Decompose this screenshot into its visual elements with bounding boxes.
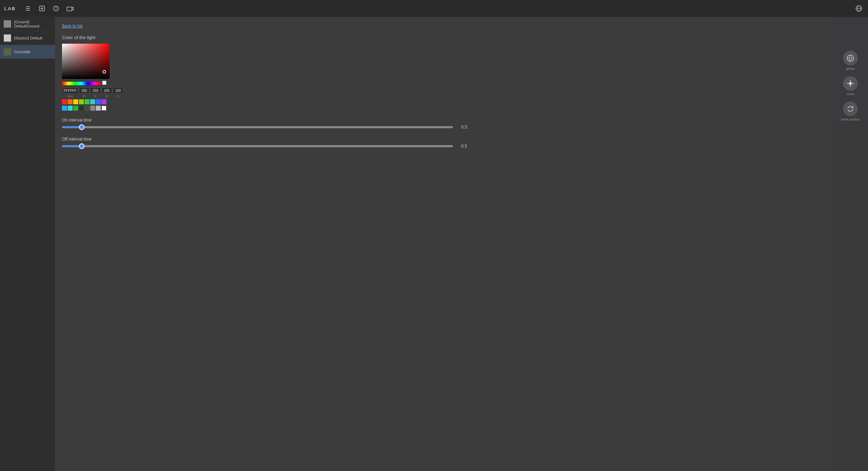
hex-input-group: Hex [62,87,78,98]
svg-marker-22 [850,80,851,81]
swatches-row1 [62,99,110,104]
color-preview-box [102,81,106,85]
swatch-blue[interactable] [96,99,101,104]
global-icon [843,51,858,66]
off-interval-label: Off interval time [62,137,467,142]
svg-point-17 [849,82,852,85]
menu-icon[interactable]: ☰ [23,4,33,13]
on-interval-track[interactable] [62,126,453,128]
croc-color-box [4,48,11,56]
swatch-dark-gray[interactable] [85,106,89,111]
skybox-color-box [4,34,11,42]
globe-icon[interactable] [854,4,864,13]
help-icon[interactable]: ? [51,4,61,13]
swatch-dark-green[interactable] [73,106,78,111]
swatch-light-gray[interactable] [96,106,101,111]
camera-icon[interactable] [65,4,75,13]
move-button[interactable]: move [843,76,858,96]
swatches-row2 [62,106,110,111]
swatch-yellow-green[interactable] [79,99,84,104]
on-interval-row: 0.5 [62,125,467,130]
off-interval-thumb[interactable] [79,143,85,149]
b-input[interactable] [101,87,112,94]
off-interval-row: 0.5 [62,144,467,149]
g-input[interactable] [90,87,101,94]
on-interval-value: 0.5 [457,125,467,130]
global-label: global [846,67,855,70]
sidebar-item-ground[interactable]: [Ground] DefaultGround [0,17,55,31]
gradient-dark [62,44,110,79]
svg-marker-25 [852,83,854,84]
app-title: LAB [4,6,16,11]
reset-label: reset position [841,118,860,121]
off-interval-value: 0.5 [457,144,467,149]
a-input[interactable] [113,87,123,94]
svg-marker-24 [847,83,848,84]
g-input-group: G [90,87,101,98]
panel: Back to list Color of the light Hex [55,17,474,471]
color-inputs-row: Hex R G B A [62,87,110,98]
b-label: B [106,94,108,98]
on-interval-thumb[interactable] [79,124,85,130]
swatch-red[interactable] [62,99,67,104]
swatch-cyan[interactable] [68,106,73,111]
right-panel: X Y Z global [833,17,868,121]
sidebar: [Ground] DefaultGround [Skybox] Default … [0,17,55,471]
hex-input[interactable] [62,87,78,94]
reset-position-button[interactable]: reset position [841,101,860,121]
sidebar-item-skybox-label: [Skybox] Default [14,36,42,40]
reset-icon [843,101,858,116]
hue-slider[interactable] [62,82,101,85]
add-object-icon[interactable] [37,4,47,13]
color-picker-container: Hex R G B A [62,44,110,111]
a-input-group: A [113,87,123,98]
b-input-group: B [101,87,112,98]
g-label: G [94,94,97,98]
back-to-list-link[interactable]: Back to list [62,24,82,29]
hue-alpha-row [62,80,110,85]
main-content: Back to list Color of the light Hex [55,17,833,471]
sidebar-item-crocodile[interactable]: Crocodile [0,45,55,59]
color-gradient-picker[interactable] [62,44,110,79]
move-label: move [847,92,854,96]
swatch-light-blue[interactable] [62,106,67,111]
global-button[interactable]: global [843,51,858,70]
swatch-green[interactable] [85,99,89,104]
swatch-white[interactable] [101,106,106,111]
swatch-teal[interactable] [90,99,95,104]
hex-label: Hex [67,94,73,98]
swatch-yellow[interactable] [73,99,78,104]
swatch-purple[interactable] [101,99,106,104]
top-bar: LAB ☰ ? [0,0,868,17]
swatch-orange[interactable] [68,99,73,104]
color-of-light-label: Color of the light [62,35,467,40]
sidebar-item-croc-label: Crocodile [14,50,30,54]
svg-marker-23 [850,86,851,87]
r-label: R [83,94,86,98]
r-input[interactable] [79,87,89,94]
sidebar-item-skybox[interactable]: [Skybox] Default [0,31,55,45]
off-interval-section: Off interval time 0.5 [62,137,467,149]
a-label: A [117,94,119,98]
sidebar-item-ground-label: [Ground] DefaultGround [14,20,51,28]
on-interval-label: On interval time [62,118,467,123]
on-interval-section: On interval time 0.5 [62,118,467,130]
r-input-group: R [79,87,89,98]
svg-rect-5 [67,7,72,11]
off-interval-track[interactable] [62,145,453,147]
swatch-mid-gray[interactable] [90,106,95,111]
swatch-very-dark-green[interactable] [79,106,84,111]
move-icon [843,76,858,91]
svg-text:?: ? [55,6,57,11]
ground-color-box [4,20,11,28]
